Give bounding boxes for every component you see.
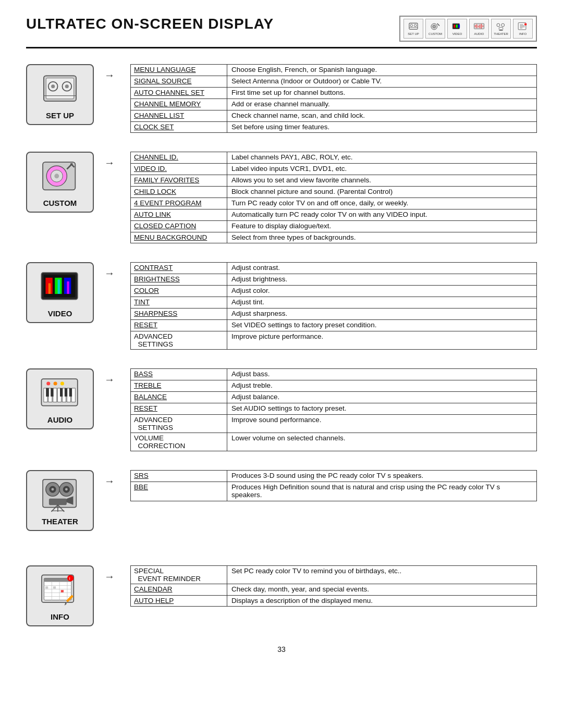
svg-point-19 — [501, 23, 505, 27]
menu-val: Produces 3-D sound using the PC ready co… — [227, 471, 536, 482]
svg-rect-15 — [480, 24, 480, 28]
setup-section-icon — [39, 71, 81, 108]
svg-rect-49 — [58, 279, 60, 294]
svg-point-73 — [65, 488, 68, 491]
table-row: COLOR Adjust color. — [130, 285, 537, 297]
svg-point-64 — [46, 381, 50, 385]
table-row: CALENDAR Check day, month, year, and spe… — [130, 584, 537, 595]
menu-val: Feature to display dialogue/text. — [227, 221, 536, 232]
header-icon-custom[interactable]: CUSTOM — [425, 19, 445, 39]
table-row: SHARPNESS Adjust sharpness. — [130, 308, 537, 319]
menu-key: MENU BACKGROUND — [131, 232, 227, 243]
table-row: CHANNEL MEMORY Add or erase channel manu… — [130, 98, 537, 110]
header-icon-audio[interactable]: AUDIO — [469, 19, 489, 39]
header-icon-info-label: INFO — [519, 32, 527, 35]
menu-val: Adjust tint. — [227, 297, 536, 308]
info-arrow — [104, 565, 120, 583]
svg-rect-13 — [476, 24, 477, 28]
audio-label: AUDIO — [47, 415, 72, 424]
header-icon-video[interactable]: VIDEO — [447, 19, 467, 39]
info-label: INFO — [51, 612, 69, 621]
theater-section-icon — [39, 477, 81, 514]
menu-key: MENU LANGUAGE — [131, 65, 227, 76]
header-icon-video-label: VIDEO — [452, 32, 462, 35]
table-row: 4 EVENT PROGRAM Turn PC ready color TV o… — [130, 198, 537, 209]
header-icon-setup[interactable]: SET UP — [403, 19, 423, 39]
section-icon-video: VIDEO — [26, 262, 94, 323]
menu-key: BRIGHTNESS — [131, 274, 227, 285]
menu-val: Check channel name, scan, and child lock… — [227, 110, 536, 121]
menu-val: Improve picture performance. — [227, 331, 536, 349]
menu-key: CHANNEL MEMORY — [131, 99, 227, 110]
svg-rect-59 — [46, 388, 48, 397]
video-label: VIDEO — [48, 309, 72, 318]
section-icon-custom: CUSTOM — [26, 152, 94, 213]
custom-icon — [430, 22, 441, 31]
table-row: RESET Set AUDIO settings to factory pres… — [130, 403, 537, 414]
header-icon-info[interactable]: ! INFO — [513, 19, 533, 39]
menu-key: CLOCK SET — [131, 122, 227, 132]
menu-val: Label channels PAY1, ABC, ROLY, etc. — [227, 152, 536, 163]
svg-point-93 — [67, 575, 74, 581]
theater-icon — [495, 22, 507, 31]
header-icon-row: SET UP CUSTOM VIDEO — [399, 16, 537, 42]
svg-point-33 — [51, 84, 55, 88]
table-row: BRIGHTNESS Adjust brightness. — [130, 274, 537, 285]
svg-point-35 — [65, 84, 69, 88]
svg-rect-90 — [45, 586, 48, 588]
menu-key: 4 EVENT PROGRAM — [131, 198, 227, 209]
table-row: BALANCE Adjust balance. — [130, 391, 537, 403]
table-row: CONTRAST Adjust contrast. — [130, 262, 537, 274]
header-icon-theater-label: THEATER — [494, 32, 508, 35]
info-menu: SPECIAL EVENT REMINDER Set PC ready colo… — [130, 565, 537, 607]
menu-val: Set before using timer features. — [227, 122, 536, 132]
audio-menu: BASS Adjust bass. TREBLE Adjust treble. … — [130, 368, 537, 451]
menu-key: RESET — [131, 320, 227, 331]
menu-val: Allows you to set and view favorite chan… — [227, 175, 536, 186]
menu-val: Lower volume on selected channels. — [227, 433, 536, 451]
video-arrow — [104, 262, 120, 279]
table-row: CHANNEL ID. Label channels PAY1, ABC, RO… — [130, 152, 537, 163]
table-row: CLOCK SET Set before using timer feature… — [130, 121, 537, 133]
custom-section-icon — [39, 159, 81, 195]
setup-menu: MENU LANGUAGE Choose English, French, or… — [130, 64, 537, 133]
svg-rect-20 — [499, 27, 503, 29]
svg-point-70 — [52, 488, 54, 491]
section-audio: AUDIO BASS Adjust bass. TREBLE Adjust tr… — [26, 368, 537, 451]
menu-key: BALANCE — [131, 392, 227, 403]
table-row: TREBLE Adjust treble. — [130, 380, 537, 391]
section-icon-audio: AUDIO — [26, 368, 94, 429]
svg-point-1 — [410, 24, 412, 27]
page-number: 33 — [26, 645, 537, 653]
menu-val: Block channel picture and sound. (Parent… — [227, 187, 536, 198]
table-row: ADVANCED SETTINGS Improve picture perfor… — [130, 331, 537, 350]
svg-point-66 — [60, 381, 64, 385]
svg-rect-17 — [483, 26, 483, 27]
menu-key: SIGNAL SOURCE — [131, 76, 227, 87]
table-row: SIGNAL SOURCE Select Antenna (Indoor or … — [130, 76, 537, 87]
svg-rect-58 — [71, 388, 75, 402]
menu-key: COLOR — [131, 286, 227, 297]
header-icon-audio-label: AUDIO — [474, 32, 484, 35]
custom-menu: CHANNEL ID. Label channels PAY1, ABC, RO… — [130, 152, 537, 243]
header-icon-theater[interactable]: THEATER — [491, 19, 511, 39]
menu-key: VIDEO ID. — [131, 164, 227, 175]
menu-key: AUTO LINK — [131, 209, 227, 220]
table-row: VIDEO ID. Label video inputs VCR1, DVD1,… — [130, 163, 537, 175]
table-row: AUTO LINK Automatically turn PC ready co… — [130, 209, 537, 220]
menu-key: CHANNEL LIST — [131, 110, 227, 121]
section-video: VIDEO CONTRAST Adjust contrast. BRIGHTNE… — [26, 262, 537, 350]
table-row: VOLUME CORRECTION Lower volume on select… — [130, 433, 537, 451]
svg-rect-48 — [48, 283, 51, 294]
table-row: ADVANCED SETTINGS Improve sound performa… — [130, 414, 537, 433]
svg-rect-74 — [49, 499, 66, 505]
header-icon-custom-label: CUSTOM — [429, 32, 442, 35]
table-row: CHILD LOCK Block channel picture and sou… — [130, 186, 537, 198]
menu-val: Adjust balance. — [227, 392, 536, 403]
theater-label: THEATER — [42, 517, 78, 526]
menu-val: Displays a description of the displayed … — [227, 596, 536, 606]
svg-rect-61 — [60, 388, 63, 397]
menu-val: Produces High Definition sound that is n… — [227, 482, 536, 501]
svg-rect-91 — [53, 586, 56, 588]
table-row: CLOSED CAPTION Feature to display dialog… — [130, 220, 537, 232]
